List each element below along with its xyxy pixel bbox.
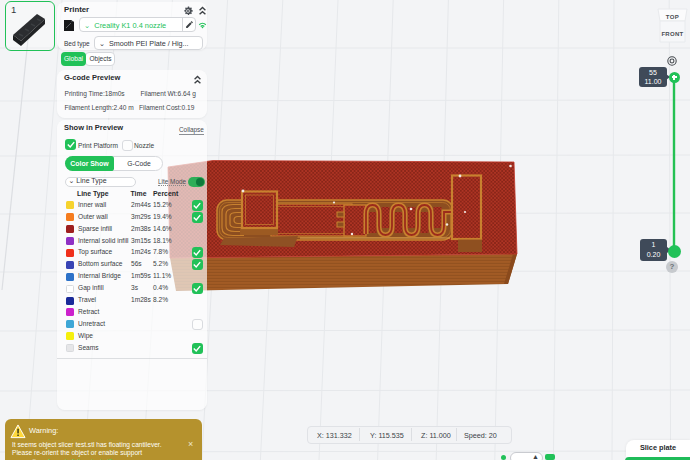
svg-text:FRONT: FRONT <box>661 31 683 37</box>
svg-text:TOP: TOP <box>666 14 680 20</box>
